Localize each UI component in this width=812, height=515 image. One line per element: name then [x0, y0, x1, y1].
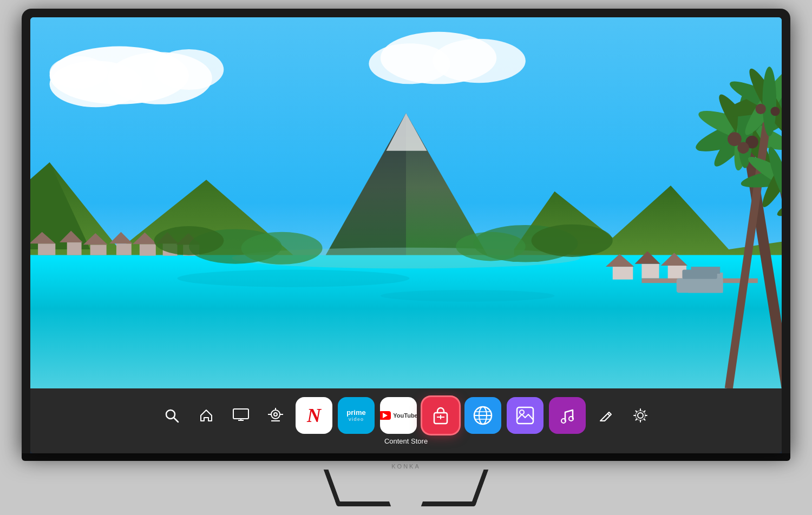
media-button[interactable] [261, 401, 290, 430]
svg-point-75 [456, 232, 526, 261]
screen-button[interactable] [226, 401, 256, 430]
tv-screen: N prime video YouTube [30, 17, 782, 453]
svg-rect-76 [677, 279, 723, 293]
svg-point-52 [737, 142, 749, 154]
tv-stand [298, 470, 514, 506]
browser-app-button[interactable] [464, 397, 501, 434]
svg-point-59 [756, 104, 766, 114]
svg-point-98 [520, 410, 524, 414]
netflix-logo: N [307, 404, 321, 427]
svg-point-102 [638, 413, 643, 418]
svg-rect-24 [90, 245, 107, 255]
svg-point-17 [177, 269, 409, 287]
search-button[interactable] [157, 401, 186, 430]
content-store-label: Content Store [384, 437, 428, 445]
youtube-app-button[interactable]: YouTube [380, 397, 417, 434]
screen-background [30, 17, 782, 388]
svg-point-72 [241, 232, 322, 265]
tv-frame: N prime video YouTube [22, 9, 790, 453]
tv-outer: N prime video YouTube [22, 9, 790, 506]
netflix-app-button[interactable]: N [296, 397, 332, 434]
svg-rect-34 [613, 267, 633, 280]
svg-rect-20 [38, 243, 55, 255]
svg-point-18 [381, 290, 555, 301]
svg-line-101 [607, 413, 610, 415]
svg-line-79 [174, 418, 178, 422]
svg-rect-97 [517, 407, 533, 424]
content-store-app-button[interactable] [422, 397, 459, 434]
edit-button[interactable] [591, 401, 620, 430]
gallery-app-button[interactable] [507, 397, 543, 434]
home-button[interactable] [192, 401, 221, 430]
svg-point-71 [154, 226, 224, 255]
svg-point-84 [274, 413, 277, 416]
settings-button[interactable] [626, 401, 655, 430]
stand-leg-right [421, 470, 489, 506]
svg-point-8 [433, 39, 526, 83]
svg-rect-26 [116, 243, 132, 255]
tv-bottom-bar [22, 453, 790, 461]
svg-point-74 [532, 225, 613, 257]
svg-rect-36 [641, 264, 659, 279]
svg-point-4 [154, 49, 224, 90]
svg-rect-22 [67, 242, 82, 255]
svg-point-58 [762, 67, 776, 136]
svg-point-83 [271, 410, 280, 419]
svg-rect-80 [233, 409, 248, 419]
svg-rect-77 [682, 269, 717, 279]
stand-leg-left [324, 470, 391, 506]
svg-point-60 [770, 107, 780, 116]
menu-bar: N prime video YouTube [30, 388, 782, 453]
svg-point-5 [50, 56, 108, 89]
svg-point-103 [636, 411, 645, 420]
prime-video-logo: prime video [346, 408, 365, 422]
svg-rect-28 [140, 244, 156, 255]
prime-video-app-button[interactable]: prime video [338, 397, 375, 434]
tv-brand-label: KONKA [391, 463, 421, 470]
menu-icons-row: N prime video YouTube [141, 397, 671, 434]
music-app-button[interactable] [549, 397, 586, 434]
youtube-logo: YouTube [380, 411, 417, 420]
